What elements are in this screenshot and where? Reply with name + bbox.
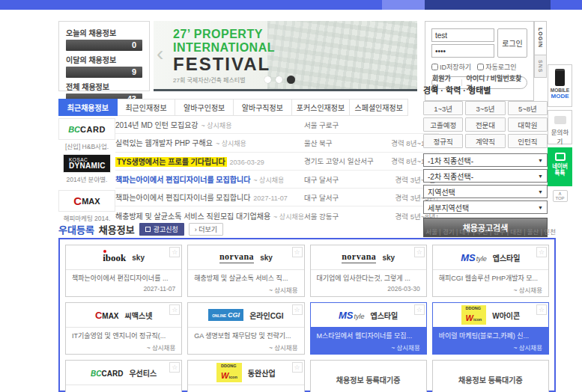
secondary-category-select[interactable]: -2차 직종선택- ▼: [423, 169, 548, 183]
ad-apply-icon: [145, 227, 151, 232]
primary-category-select[interactable]: -1차 직종선택- ▼: [423, 153, 548, 167]
login-button[interactable]: 로그인: [497, 28, 527, 58]
filter-type-fulltime-button[interactable]: 정규직: [423, 134, 463, 148]
carousel-dot-active[interactable]: [287, 76, 295, 84]
company-logo-cell[interactable]: C MAX 해피마케팅 2014.: [58, 188, 115, 224]
banner-prev-icon[interactable]: ‹: [157, 43, 163, 64]
favorite-star-icon[interactable]: ☆: [169, 304, 180, 315]
favorite-star-icon[interactable]: ☆: [292, 247, 303, 257]
favorite-star-icon[interactable]: ☆: [292, 362, 303, 373]
online-cgi-logo: ONLINECGI: [208, 309, 243, 321]
filter-career-5-8y-button[interactable]: 5~8년: [508, 101, 548, 115]
save-id-checkbox[interactable]: [431, 64, 438, 70]
favorite-star-icon[interactable]: ☆: [169, 362, 180, 373]
favorite-star-icon[interactable]: ☆: [414, 304, 425, 315]
preferred-job-card[interactable]: norvana sky ☆ 해충방제 및 살균소독 서비스 직... ~ 상시채…: [187, 245, 304, 297]
job-title-link[interactable]: 해충방제 및 살균소독 서비스 직원모집 대기업채용: [115, 212, 270, 221]
contact-button[interactable]: 문의하기: [548, 110, 572, 144]
tab-parttime-hiring[interactable]: 알바구인정보: [175, 99, 234, 116]
favorite-star-icon[interactable]: ☆: [292, 304, 303, 315]
bccard-logo-bc: BC: [91, 370, 101, 378]
company-name: 엡스타일: [370, 310, 398, 321]
carousel-dot[interactable]: [276, 76, 282, 83]
more-button[interactable]: › 더보기: [189, 223, 223, 236]
preferred-job-card[interactable]: CMAX 씨맥스넷 ☆ IT기술영업 및 엔지니어 정규직(... ~ 상시채용: [65, 302, 182, 355]
ad-apply-button[interactable]: 광고신청: [139, 223, 184, 236]
empty-slot-card[interactable]: 채용정보 등록대기중: [432, 360, 549, 392]
sub-region-select[interactable]: 세부지역선택 ▼: [423, 200, 548, 214]
tab-recent-talent[interactable]: 최근인재정보: [118, 99, 176, 116]
tab-focus-talent[interactable]: 포커스인재정보: [292, 99, 351, 116]
company-logo-cell[interactable]: BC CARD [신입] H&B사업.: [58, 116, 115, 152]
save-id-option[interactable]: ID저장하기: [431, 62, 471, 72]
banner-caption: 27회 국제자산/건축 페스티벌: [173, 76, 275, 84]
promo-banner[interactable]: ‹ 27’ PROPERTY INTERNATIONAL FESTIVAL 27…: [154, 21, 417, 91]
mobile-mode-button[interactable]: MOBILE MODE: [548, 64, 572, 107]
preferred-job-card[interactable]: ONLINECGI 온라인CGI ☆ GA 생명보험 재무담당 및 전략기...…: [187, 302, 304, 355]
tab-recent-jobs[interactable]: 최근채용정보: [58, 99, 118, 116]
tab-login[interactable]: LOGIN: [534, 21, 547, 55]
job-row-emphasized[interactable]: 책파는아이에서 편집디자이너를 모집합니다~ 상시채용 대구 달서구 경력 3년…: [115, 171, 439, 189]
filter-career-1-3y-button[interactable]: 1~3년: [423, 101, 463, 115]
auto-login-checkbox[interactable]: [477, 64, 484, 70]
favorite-star-icon[interactable]: ☆: [536, 304, 547, 315]
job-title-link[interactable]: 2014년 MD 인턴 모집요강: [115, 121, 198, 129]
favorite-star-icon[interactable]: ☆: [169, 247, 180, 257]
job-deadline: ~ 상시채용: [201, 122, 232, 129]
preferred-job-card[interactable]: BCCARD 우선티스 ☆: [65, 360, 182, 392]
stat-label-today: 오늘의 채용정보: [66, 27, 142, 38]
job-row[interactable]: 2014년 MD 인턴 모집요강~ 상시채용 서울 구로구 무관: [115, 116, 439, 134]
filter-edu-gradschool-button[interactable]: 대학원: [508, 117, 548, 132]
login-id-input[interactable]: [431, 28, 494, 42]
preferred-job-card-highlighted[interactable]: MStyle 엡스타일 ☆ M스타일에서 웹디자이너를 모집... ~ 상시채용: [310, 302, 427, 355]
info-tab-bar: 최근채용정보 최근인재정보 알바구인정보 알바구직정보 포커스인재정보 스페셜인…: [58, 99, 408, 116]
filter-career-3-5y-button[interactable]: 3~5년: [465, 101, 505, 115]
top-label: TOP: [555, 196, 564, 200]
login-password-input[interactable]: [431, 44, 494, 58]
job-title-link[interactable]: TYS생명에서는 프로를 기다립니다: [115, 157, 227, 167]
job-deadline: 2026-03-30: [317, 285, 420, 293]
job-row-highlighted[interactable]: TYS생명에서는 프로를 기다립니다2036-03-29 경기도 고양시 일산서…: [115, 153, 439, 171]
filter-type-contract-button[interactable]: 계약직: [465, 134, 505, 148]
favorite-star-icon[interactable]: ☆: [536, 247, 547, 257]
carousel-dot[interactable]: [264, 76, 271, 83]
job-title-link[interactable]: 책파는아이에서 편집디자이너를 모집합니다: [115, 194, 250, 202]
empty-slot-card[interactable]: 채용정보 등록대기중: [310, 360, 427, 392]
preferred-job-card[interactable]: norvana sky ☆ 대기업에 입사한다는것, 그렇게 ... 2026-…: [310, 245, 427, 297]
preferred-job-card-highlighted[interactable]: DDONGWicon W아이콘 ☆ 바이럴 마케팅(블로그,카페) 신... ~…: [432, 302, 549, 355]
top-nav-segment-dark: [425, 0, 551, 10]
job-title-link[interactable]: 책파는아이에서 편집디자이너를 모집합니다: [115, 176, 250, 184]
filter-edu-college-button[interactable]: 전문대: [465, 117, 505, 132]
job-title-link[interactable]: 실력있는 웹개발자 PHP 구해요: [115, 139, 213, 147]
chevron-down-icon: ▼: [538, 189, 543, 195]
filter-edu-highschool-button[interactable]: 고졸예정: [423, 117, 463, 132]
job-region: 울산 북구: [304, 138, 382, 148]
job-deadline: 2036-03-29: [230, 159, 264, 166]
tab-parttime-seeking[interactable]: 알바구직정보: [234, 99, 292, 116]
naver-talk-button[interactable]: 네이버 톡톡: [548, 147, 572, 186]
company-logo-cell[interactable]: KOSAC DYNAMIC 2014년 분야별.: [58, 152, 115, 188]
preferred-job-card[interactable]: ibook sky ☆ 책파는아이에서 편집디자이너를 ... 2027-11-…: [65, 245, 182, 297]
tab-special-talent[interactable]: 스페셜인재정보: [350, 99, 408, 116]
region-select[interactable]: 지역선택 ▼: [423, 185, 548, 198]
filter-type-intern-button[interactable]: 인턴직: [508, 134, 548, 148]
job-row[interactable]: 실력있는 웹개발자 PHP 구해요~ 상시채용 울산 북구 경력 8년~10년↑: [115, 134, 439, 152]
job-deadline: ~ 상시채용: [317, 343, 420, 352]
speech-bubble-icon: [554, 116, 566, 124]
job-row[interactable]: 책파는아이에서 편집디자이너를 모집합니다2027-11-07 대구 달서구 경…: [115, 189, 439, 206]
auto-login-option[interactable]: 자동로그인: [477, 62, 516, 72]
tab-sns[interactable]: SNS: [534, 55, 547, 78]
favorite-star-icon[interactable]: ☆: [414, 247, 425, 257]
login-side-tabs: LOGIN SNS: [534, 21, 547, 78]
filter-selects: -1차 직종선택- ▼ -2차 직종선택- ▼ 지역선택 ▼ 세부지역선택 ▼: [423, 153, 548, 214]
region-links[interactable]: 서울 | 경기 | 대구 | 부산 | 광주 | 대전 | 울산 | 인천: [300, 227, 556, 236]
banner-line3: FESTIVAL: [173, 55, 275, 73]
company-logo-column: BC CARD [신입] H&B사업. KOSAC DYNAMIC 2014년 …: [58, 116, 115, 225]
waiting-label: 채용정보 등록대기중: [311, 374, 426, 385]
job-deadline: ~ 상시채용: [439, 285, 542, 294]
banner-line2: INTERNATIONAL: [173, 41, 275, 55]
preferred-job-card[interactable]: DDONGWicon 동완산업 ☆: [187, 360, 304, 392]
job-region: 서울 구로구: [304, 120, 382, 130]
preferred-job-card[interactable]: MStyle 엡스타일 ☆ 해피CGI 웹솔루션 PHP개발자 모... ~ 상…: [432, 245, 549, 297]
scroll-top-button[interactable]: ∧ TOP: [553, 190, 568, 202]
